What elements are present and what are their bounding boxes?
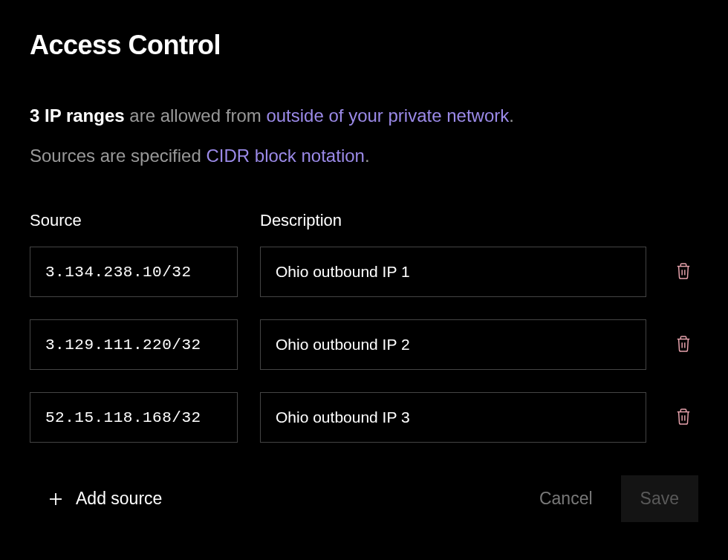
table-row <box>30 319 698 370</box>
summary-suffix-1: . <box>509 105 514 126</box>
table-headers: Source Description <box>30 211 698 230</box>
table-row <box>30 392 698 443</box>
description-input[interactable] <box>260 247 646 297</box>
trash-icon <box>675 335 692 355</box>
save-button[interactable]: Save <box>621 475 698 522</box>
cancel-button[interactable]: Cancel <box>533 478 599 519</box>
trash-icon <box>675 262 692 282</box>
column-header-spacer <box>669 211 698 230</box>
add-source-button[interactable]: Add source <box>30 489 162 509</box>
source-input[interactable] <box>30 319 238 370</box>
ip-ranges-table: Source Description <box>30 211 698 443</box>
delete-row-button[interactable] <box>669 332 698 358</box>
source-input[interactable] <box>30 392 238 443</box>
description-input[interactable] <box>260 392 646 443</box>
page-title: Access Control <box>30 30 698 61</box>
summary-text-1: are allowed from <box>125 105 267 126</box>
delete-row-button[interactable] <box>669 259 698 285</box>
delete-row-button[interactable] <box>669 405 698 431</box>
plus-icon <box>49 492 62 506</box>
private-network-link[interactable]: outside of your private network <box>266 105 509 126</box>
summary-line-2: Sources are specified CIDR block notatio… <box>30 146 698 166</box>
ip-range-count: 3 IP ranges <box>30 105 125 126</box>
footer: Add source Cancel Save <box>30 475 698 522</box>
column-header-source: Source <box>30 211 238 230</box>
column-header-description: Description <box>260 211 646 230</box>
table-row <box>30 247 698 297</box>
source-input[interactable] <box>30 247 238 297</box>
summary-suffix-2: . <box>365 146 370 166</box>
cidr-notation-link[interactable]: CIDR block notation <box>206 146 364 166</box>
summary-text-2: Sources are specified <box>30 146 206 166</box>
form-actions: Cancel Save <box>533 475 698 522</box>
trash-icon <box>675 408 692 428</box>
summary-line-1: 3 IP ranges are allowed from outside of … <box>30 105 698 126</box>
description-input[interactable] <box>260 319 646 370</box>
add-source-label: Add source <box>76 489 162 509</box>
